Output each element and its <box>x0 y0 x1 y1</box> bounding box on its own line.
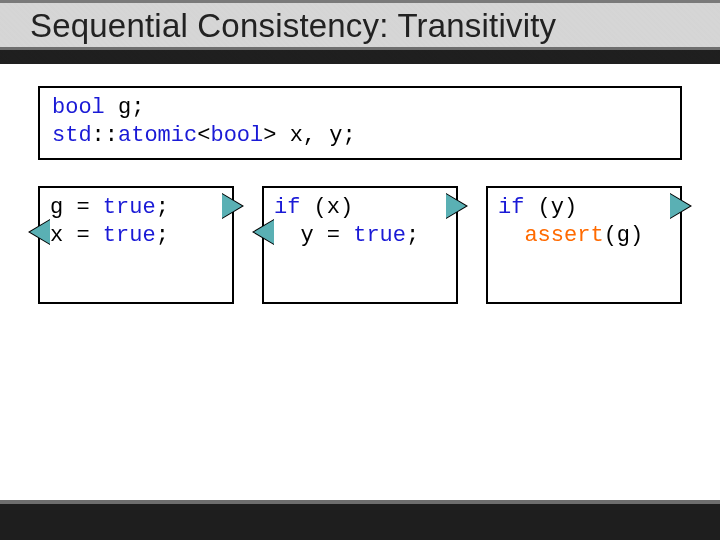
keyword-if: if <box>498 195 524 220</box>
thread-box-2: if (x) y = true; <box>262 186 458 304</box>
footer-band <box>0 500 720 540</box>
arrow-right-icon <box>446 194 466 218</box>
literal-true: true <box>103 195 156 220</box>
thread-box-3: if (y) assert(g) <box>486 186 682 304</box>
decl-angle-close: > <box>263 123 276 148</box>
declarations-box: bool g; std::atomic<bool> x, y; <box>38 86 682 160</box>
code-text: ; <box>156 223 169 248</box>
code-text: ; <box>406 223 419 248</box>
slide-title: Sequential Consistency: Transitivity <box>30 7 690 45</box>
decl-angle-open: < <box>197 123 210 148</box>
keyword-if: if <box>274 195 300 220</box>
decl-vars: x, y; <box>276 123 355 148</box>
arrow-right-icon <box>222 194 242 218</box>
code-text: (g) <box>604 223 644 248</box>
code-indent <box>274 223 300 248</box>
code-text: (y) <box>524 195 577 220</box>
thread-row: g = true; x = true; if (x) y = true; if … <box>38 186 682 304</box>
code-indent <box>498 223 524 248</box>
keyword-bool: bool <box>52 95 105 120</box>
code-text: ; <box>156 195 169 220</box>
code-text: (x) <box>300 195 353 220</box>
arrow-right-icon <box>670 194 690 218</box>
decl-text: g; <box>105 95 145 120</box>
keyword-atomic: atomic <box>118 123 197 148</box>
literal-true: true <box>103 223 156 248</box>
code-text: y = <box>300 223 353 248</box>
namespace-std: std <box>52 123 92 148</box>
title-band: Sequential Consistency: Transitivity <box>0 0 720 64</box>
function-assert: assert <box>524 223 603 248</box>
arrow-left-icon <box>30 220 50 244</box>
decl-colons: :: <box>92 123 118 148</box>
arrow-left-icon <box>254 220 274 244</box>
code-text: x = <box>50 223 103 248</box>
slide-content: bool g; std::atomic<bool> x, y; g = true… <box>0 64 720 500</box>
thread-box-1: g = true; x = true; <box>38 186 234 304</box>
code-text: g = <box>50 195 103 220</box>
literal-true: true <box>353 223 406 248</box>
type-param-bool: bool <box>210 123 263 148</box>
